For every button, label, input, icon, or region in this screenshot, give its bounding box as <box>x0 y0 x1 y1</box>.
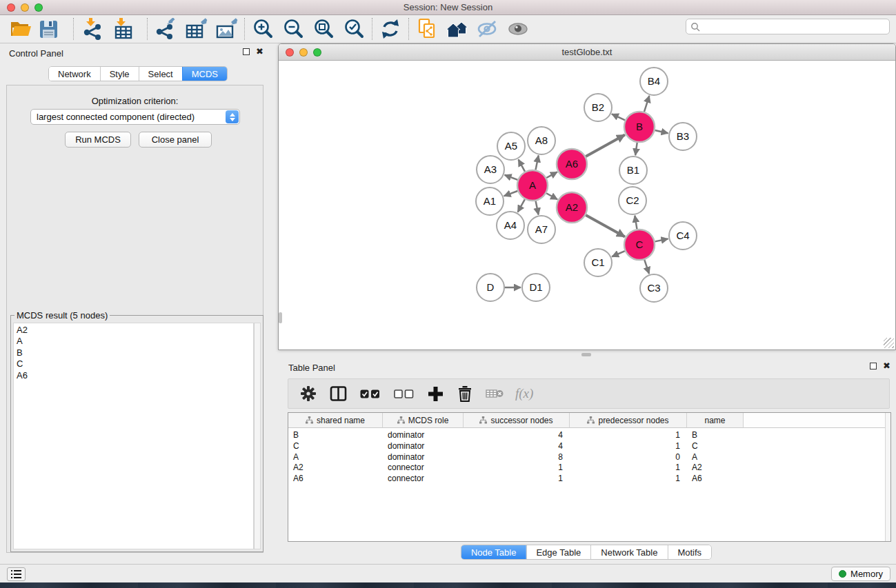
graph-edge-A-A1[interactable] <box>504 191 518 196</box>
graph-node-C4[interactable]: C4 <box>669 222 697 250</box>
graph-node-A6[interactable]: A6 <box>557 149 587 179</box>
network-canvas[interactable]: B4B2BB3A8A5A6A3B1AA1C2A2A4A7C4CC1C3DD1 <box>279 61 895 349</box>
search-input[interactable] <box>700 20 889 33</box>
deselect-all-checkboxes-icon[interactable] <box>392 385 415 403</box>
column-header-predecessor[interactable]: predecessor nodes <box>570 413 687 428</box>
tab-edge-table[interactable]: Edge Table <box>526 545 590 559</box>
graph-node-B3[interactable]: B3 <box>669 123 697 150</box>
graph-edge-C-C4[interactable] <box>655 239 668 241</box>
delete-table-icon[interactable] <box>486 385 504 403</box>
export-network-icon[interactable] <box>154 17 177 41</box>
graph-edge-B-B3[interactable] <box>655 130 668 133</box>
graph-node-A1[interactable]: A1 <box>476 187 504 215</box>
column-header-shared_name[interactable]: shared name <box>288 413 383 428</box>
graph-node-A4[interactable]: A4 <box>497 212 524 239</box>
close-network-icon[interactable] <box>286 48 294 57</box>
graph-node-C2[interactable]: C2 <box>619 187 646 214</box>
table-options-icon[interactable] <box>299 385 317 403</box>
list-item[interactable]: A <box>17 336 253 347</box>
import-table-icon[interactable] <box>110 17 134 41</box>
close-panel-button[interactable]: Close panel <box>139 132 212 148</box>
float-table-panel-icon[interactable] <box>870 363 877 369</box>
list-item[interactable]: A2 <box>17 325 253 336</box>
home-icon[interactable] <box>446 17 469 41</box>
table-row[interactable]: Cdominator41C <box>288 440 744 452</box>
graph-edge-A-A6[interactable] <box>546 172 557 178</box>
float-panel-icon[interactable] <box>243 48 250 55</box>
tab-select[interactable]: Select <box>139 67 182 81</box>
zoom-network-icon[interactable] <box>313 48 321 57</box>
table-scrollbar[interactable] <box>885 413 890 541</box>
run-mcds-button[interactable]: Run MCDS <box>65 132 131 148</box>
graph-edge-C-C1[interactable] <box>612 251 625 256</box>
graph-node-B2[interactable]: B2 <box>584 94 612 121</box>
memory-button[interactable]: Memory <box>831 567 890 581</box>
table-row[interactable]: Bdominator41B <box>288 429 744 440</box>
select-all-checkboxes-icon[interactable] <box>359 385 381 403</box>
graph-node-A[interactable]: A <box>517 170 548 201</box>
zoom-window-icon[interactable] <box>34 3 43 12</box>
graph-node-A2[interactable]: A2 <box>557 192 587 223</box>
minimize-network-icon[interactable] <box>299 48 308 57</box>
graph-node-C3[interactable]: C3 <box>640 274 668 302</box>
show-graphics-details-icon[interactable] <box>506 17 530 41</box>
graph-edge-A-A3[interactable] <box>505 175 518 180</box>
close-panel-icon[interactable]: ✖ <box>256 48 263 55</box>
tab-node-table[interactable]: Node Table <box>461 545 526 559</box>
graph-edge-A-A2[interactable] <box>546 193 557 199</box>
graph-edge-A2-C[interactable] <box>586 215 625 236</box>
network-hscrollbar-thumb[interactable] <box>581 353 591 356</box>
graph-node-B[interactable]: B <box>624 112 655 142</box>
list-item[interactable]: B <box>17 347 253 358</box>
export-table-icon[interactable] <box>184 17 208 41</box>
import-network-icon[interactable] <box>80 17 103 41</box>
graph-node-A8[interactable]: A8 <box>528 127 555 154</box>
optimization-criterion-dropdown[interactable]: largest connected component (directed) <box>30 109 240 125</box>
list-item[interactable]: C <box>17 358 253 369</box>
close-table-panel-icon[interactable]: ✖ <box>883 363 890 369</box>
minimize-window-icon[interactable] <box>21 3 29 12</box>
zoom-fit-icon[interactable] <box>312 17 335 41</box>
table-row[interactable]: A6connector11A6 <box>288 473 744 484</box>
column-header-mcds_role[interactable]: MCDS role <box>383 413 464 428</box>
graph-edge-B-B2[interactable] <box>612 114 625 120</box>
table-row[interactable]: Adominator80A <box>288 452 744 463</box>
zoom-selected-icon[interactable] <box>342 17 366 41</box>
search-box[interactable] <box>686 19 890 34</box>
clone-network-icon[interactable] <box>415 17 439 41</box>
save-session-icon[interactable] <box>37 17 60 41</box>
graph-node-A7[interactable]: A7 <box>528 216 555 243</box>
add-row-icon[interactable] <box>426 385 444 403</box>
graph-node-A3[interactable]: A3 <box>477 156 504 183</box>
graph-node-A5[interactable]: A5 <box>497 132 525 160</box>
show-columns-icon[interactable] <box>329 385 347 403</box>
result-scrollbar[interactable] <box>254 323 261 549</box>
open-session-icon[interactable] <box>9 17 32 41</box>
hide-graphics-details-icon[interactable] <box>476 17 499 41</box>
graph-node-D[interactable]: D <box>477 274 504 301</box>
graph-edge-B-B4[interactable] <box>644 96 649 112</box>
tab-network[interactable]: Network <box>49 67 100 81</box>
graph-edge-B-B1[interactable] <box>635 143 637 155</box>
table-row[interactable]: A2connector11A2 <box>288 462 744 473</box>
graph-edge-A-A7[interactable] <box>536 201 539 215</box>
graph-edge-A-A8[interactable] <box>536 156 539 170</box>
resize-grip-icon[interactable] <box>884 338 894 348</box>
graph-edge-A-A4[interactable] <box>518 199 525 212</box>
tab-network-table[interactable]: Network Table <box>590 545 667 559</box>
close-window-icon[interactable] <box>7 3 15 12</box>
graph-edge-A-A5[interactable] <box>519 159 526 171</box>
graph-node-B4[interactable]: B4 <box>640 68 668 95</box>
graph-node-C1[interactable]: C1 <box>584 249 612 276</box>
graph-node-D1[interactable]: D1 <box>522 274 550 301</box>
graph-node-C[interactable]: C <box>624 230 655 260</box>
refresh-view-icon[interactable] <box>379 17 402 41</box>
zoom-in-icon[interactable] <box>251 17 275 41</box>
graph-edge-A6-B[interactable] <box>586 135 625 156</box>
task-history-button[interactable] <box>7 567 26 581</box>
function-builder-icon[interactable]: f(x) <box>515 386 533 401</box>
zoom-out-icon[interactable] <box>281 17 305 41</box>
graph-edge-C-C2[interactable] <box>635 216 637 230</box>
network-vscrollbar-thumb[interactable] <box>279 312 282 323</box>
list-item[interactable]: A6 <box>17 370 253 381</box>
